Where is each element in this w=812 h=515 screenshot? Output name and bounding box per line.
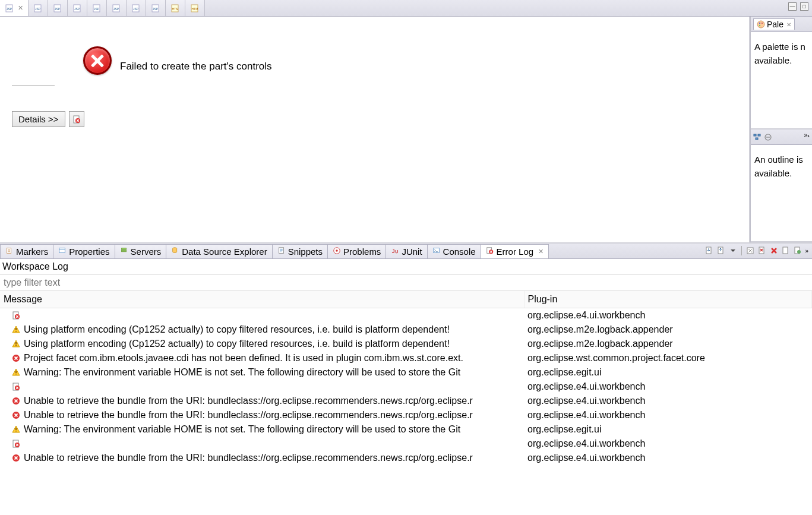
jsp-file-icon: JSP	[33, 4, 43, 13]
close-icon[interactable]: ✕	[538, 248, 544, 255]
svg-rect-63	[15, 431, 16, 431]
log-row[interactable]: Using platform encoding (Cp1252 actually…	[0, 337, 812, 351]
delete-all-icon[interactable]	[769, 246, 779, 255]
log-row[interactable]: Project facet com.ibm.etools.javaee.cdi …	[0, 351, 812, 365]
errorlog-icon	[486, 247, 494, 257]
column-header-plugin[interactable]: Plug-in	[524, 291, 812, 308]
svg-rect-52	[15, 331, 16, 331]
open-log-icon[interactable]	[781, 246, 791, 255]
view-tab-label: Data Source Explorer	[182, 247, 267, 257]
log-row[interactable]: org.eclipse.e4.ui.workbench	[0, 380, 812, 394]
log-row[interactable]: Unable to retrieve the bundle from the U…	[0, 451, 812, 465]
maximize-button[interactable]: □	[800, 2, 808, 11]
view-tab-junit[interactable]: JᴜJUnit	[386, 244, 427, 258]
log-row[interactable]: Unable to retrieve the bundle from the U…	[0, 408, 812, 422]
log-message: Project facet com.ibm.etools.javaee.cdi …	[24, 353, 463, 364]
close-icon[interactable]: ✕	[18, 4, 23, 12]
view-tab-error-log[interactable]: Error Log✕	[481, 244, 549, 258]
log-row[interactable]: org.eclipse.e4.ui.workbench	[0, 437, 812, 451]
log-message: Unable to retrieve the bundle from the U…	[24, 396, 473, 406]
clear-log-icon[interactable]	[745, 246, 755, 255]
palette-panel: Pale ✕ A palette is n available.	[751, 17, 812, 129]
filter-input[interactable]	[0, 275, 812, 291]
error-icon	[12, 397, 20, 405]
view-tab-properties[interactable]: Properties	[53, 244, 115, 258]
view-tab-label: Markers	[16, 247, 48, 257]
export-log-icon[interactable]	[704, 246, 714, 255]
log-message: Warning: The environment variable HOME i…	[24, 424, 460, 435]
log-row[interactable]: Using platform encoding (Cp1252 actually…	[0, 323, 812, 337]
editor-tab[interactable]: JSP	[127, 0, 146, 16]
editor-tab[interactable]: JSP	[29, 0, 48, 16]
warning-icon	[12, 340, 20, 348]
log-plugin: org.eclipse.e4.ui.workbench	[524, 408, 812, 422]
error-icon	[12, 411, 20, 419]
error-icon	[12, 354, 20, 362]
log-row[interactable]: Warning: The environment variable HOME i…	[0, 422, 812, 437]
view-tab-console[interactable]: Console	[427, 244, 481, 258]
editor-tab[interactable]: JSP	[146, 0, 166, 16]
toolbar-overflow[interactable]: »	[805, 248, 808, 254]
log-row[interactable]: org.eclipse.e4.ui.workbench	[0, 308, 812, 323]
svg-rect-62	[15, 428, 16, 430]
log-plugin: org.eclipse.egit.ui	[524, 365, 812, 380]
view-tab-snippets[interactable]: Snippets	[272, 244, 328, 258]
log-row[interactable]: Warning: The environment variable HOME i…	[0, 365, 812, 380]
console-icon	[432, 247, 441, 257]
warning-icon	[12, 425, 20, 434]
svg-rect-33	[121, 250, 126, 252]
editor-tab[interactable]: JSP	[68, 0, 87, 16]
editor-tab[interactable]: JSP	[87, 0, 107, 16]
restore-log-icon[interactable]	[793, 246, 802, 255]
htm-file-icon: HTM	[190, 4, 200, 13]
log-plugin: org.eclipse.e4.ui.workbench	[524, 437, 812, 451]
minimize-button[interactable]: —	[788, 2, 797, 11]
error-icon	[12, 454, 20, 462]
svg-text:JSP: JSP	[74, 7, 80, 11]
jsp-file-icon: JSP	[151, 4, 160, 13]
svg-text:JSP: JSP	[133, 7, 139, 11]
properties-icon	[58, 247, 67, 257]
outline-panel: »₁ An outline is available.	[751, 129, 812, 242]
details-button[interactable]: Details >>	[12, 111, 65, 127]
view-tab-problems[interactable]: Problems	[327, 244, 386, 258]
delete-log-icon[interactable]	[757, 246, 767, 255]
svg-rect-56	[15, 371, 16, 373]
svg-text:JSP: JSP	[7, 7, 12, 11]
servers-icon	[120, 247, 128, 257]
views-tab-bar: MarkersPropertiesServersData Source Expl…	[0, 242, 812, 259]
log-row[interactable]: Unable to retrieve the bundle from the U…	[0, 394, 812, 408]
editor-tab[interactable]: JSP✕	[0, 0, 29, 16]
editor-tab[interactable]: JSP	[48, 0, 68, 16]
overflow-indicator[interactable]: »₁	[804, 132, 810, 138]
error-doc-icon	[72, 115, 81, 124]
palette-tab[interactable]: Pale ✕	[753, 18, 795, 30]
editor-tab[interactable]: HTM	[166, 0, 185, 16]
editor-tab[interactable]: JSP	[107, 0, 127, 16]
view-tab-label: Error Log	[497, 247, 534, 257]
close-icon[interactable]: ✕	[786, 21, 791, 28]
datasource-icon	[171, 247, 179, 257]
view-tab-markers[interactable]: Markers	[0, 244, 53, 258]
editor-tab[interactable]: HTM	[185, 0, 205, 16]
view-tab-servers[interactable]: Servers	[115, 244, 167, 258]
outline-icon	[753, 133, 762, 141]
outline-mode-icon[interactable]	[764, 133, 772, 141]
jsp-file-icon: JSP	[92, 4, 102, 13]
error-details-button[interactable]	[69, 111, 84, 127]
svg-text:JSP: JSP	[55, 7, 61, 11]
import-log-icon[interactable]	[716, 246, 726, 255]
problems-icon	[333, 247, 341, 257]
jsp-file-icon: JSP	[131, 4, 141, 13]
view-tab-data-source-explorer[interactable]: Data Source Explorer	[166, 244, 272, 258]
svg-rect-46	[783, 247, 788, 254]
palette-icon	[757, 20, 765, 29]
svg-text:HTM: HTM	[172, 7, 179, 11]
view-menu-icon[interactable]	[728, 246, 738, 255]
svg-rect-27	[758, 134, 760, 136]
view-tab-label: Properties	[69, 247, 109, 257]
markers-icon	[5, 247, 14, 257]
svg-point-22	[757, 21, 764, 28]
column-header-message[interactable]: Message	[0, 291, 524, 308]
warning-icon	[12, 326, 20, 334]
